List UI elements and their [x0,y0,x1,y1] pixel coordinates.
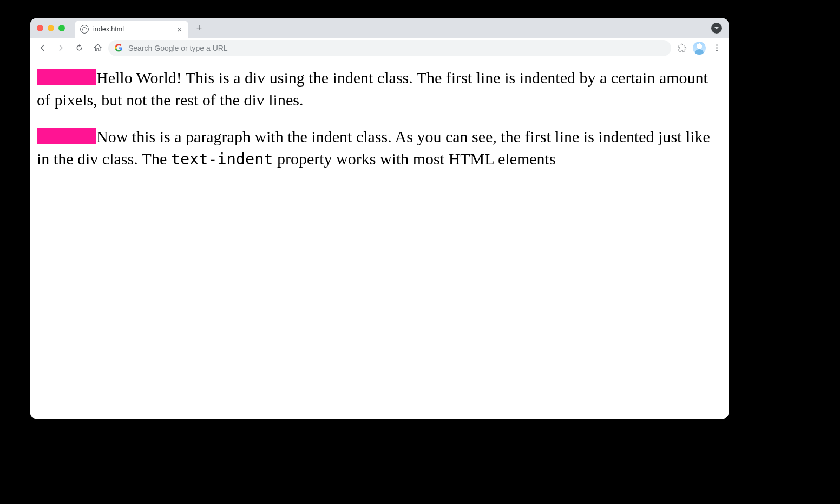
forward-button[interactable] [53,41,68,56]
home-button[interactable] [90,41,105,56]
toolbar: Search Google or type a URL [30,38,729,58]
paragraph-text-b: property works with most HTML elements [273,150,555,168]
puzzle-icon [678,43,687,52]
svg-point-0 [716,44,718,46]
example-div-block: Hello World! This is a div using the ind… [37,67,722,111]
chevron-down-icon [714,25,719,31]
minimize-window-button[interactable] [48,25,54,31]
arrow-right-icon [56,43,65,52]
arrow-left-icon [38,43,47,52]
close-tab-button[interactable]: × [176,25,183,34]
globe-icon [80,25,89,34]
window-controls [37,25,65,31]
reload-button[interactable] [71,41,87,56]
back-button[interactable] [35,41,50,56]
profile-avatar[interactable] [693,42,706,55]
home-icon [93,43,102,52]
google-icon [115,44,123,52]
browser-window: index.html × + Search Google [30,18,729,419]
reload-icon [75,43,84,52]
kebab-icon [712,43,721,52]
page-content: Hello World! This is a div using the ind… [30,58,729,189]
close-window-button[interactable] [37,25,43,31]
fullscreen-window-button[interactable] [58,25,65,31]
page-viewport[interactable]: Hello World! This is a div using the ind… [30,58,729,419]
code-keyword: text-indent [171,150,273,168]
tab-overflow-button[interactable] [711,23,722,34]
new-tab-button[interactable]: + [192,21,207,36]
indent-highlight [37,69,96,85]
omnibox[interactable]: Search Google or type a URL [108,40,671,56]
omnibox-placeholder: Search Google or type a URL [128,44,228,52]
svg-point-2 [716,50,718,51]
extensions-button[interactable] [674,41,690,56]
tab-title: index.html [93,25,172,33]
indent-highlight [37,128,96,144]
tab-strip: index.html × + [30,18,729,38]
div-text: Hello World! This is a div using the ind… [37,69,708,109]
svg-point-1 [716,47,718,49]
browser-tab[interactable]: index.html × [75,21,188,38]
example-paragraph-block: Now this is a paragraph with the indent … [37,126,722,170]
menu-button[interactable] [709,41,724,56]
